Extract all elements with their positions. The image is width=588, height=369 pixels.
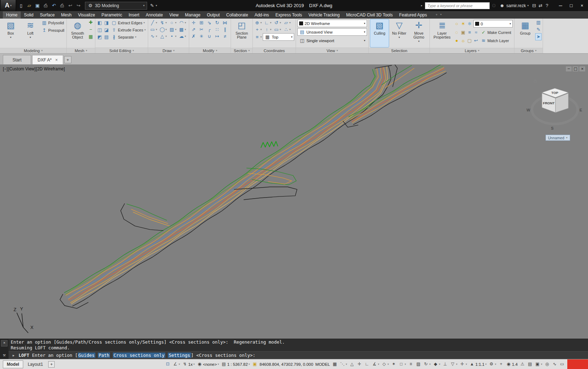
workspace-switching-toggle[interactable]: ⚙▾ (488, 361, 497, 368)
infer-constraints-toggle[interactable]: △ (348, 361, 356, 368)
dynamic-input-toggle[interactable]: ✛ (356, 361, 363, 368)
ribbon-tab-solid[interactable]: Solid (21, 11, 37, 19)
explode-button[interactable]: ✳ (198, 33, 206, 40)
section-plane-button[interactable]: ◰ Section Plane (232, 19, 251, 47)
layer-lock-button[interactable]: ▣ (460, 29, 466, 36)
polar-tracking-toggle[interactable]: ∡▾ (371, 361, 380, 368)
ribbon-tab-visualize[interactable]: Visualize (75, 11, 98, 19)
ucs-origin-button[interactable]: +▾ (254, 26, 263, 33)
tab-start[interactable]: Start (3, 55, 31, 64)
annotation-scale-toggle[interactable]: ↯1x▾ (181, 361, 196, 368)
ribbon-tab-collaborate[interactable]: Collaborate (223, 11, 251, 19)
annotation-scale-sync-toggle[interactable]: ▲1:1.1▾ (468, 361, 488, 368)
transparency-toggle[interactable]: ▨ (414, 361, 422, 368)
panel-label-solid-editing[interactable]: Solid Editing▾ (95, 48, 148, 53)
group-select-toggle-button[interactable]: ➤ (536, 34, 541, 40)
copy-button[interactable]: ⊞ (198, 20, 206, 26)
open-folder-button[interactable]: ▱ (26, 3, 32, 9)
panel-label-modify[interactable]: Modify▾ (189, 48, 231, 53)
signed-in-user[interactable]: ☻ samir.rezk ▾ (499, 3, 529, 9)
hatch-button[interactable]: ▨▾ (169, 26, 178, 33)
object-snap-tracking-toggle[interactable]: ✶ (390, 361, 397, 368)
ribbon-tab-microcad-civil-3d-tools[interactable]: MicroCAD Civil 3D Tools (343, 11, 396, 19)
clean-screen-toggle[interactable]: ▭ (558, 361, 566, 368)
exchange-apps-button[interactable]: ⇄ (538, 3, 543, 9)
qat-customize-button[interactable]: ✎ ▾ (149, 3, 157, 9)
named-view-combo[interactable]: ▤ Unsaved View ▾ (297, 28, 367, 36)
cart-button[interactable]: ⊟ (531, 3, 537, 9)
plus-toggle[interactable]: + (497, 361, 505, 368)
extract-edges-button[interactable]: ▢Extract Edges▾ (110, 19, 146, 26)
layer-unlock-button[interactable]: ▢ (467, 38, 472, 44)
ribbon-tab-parametric[interactable]: Parametric (98, 11, 125, 19)
recent-commands-icon[interactable]: ▸ (11, 353, 16, 358)
smooth-more-button[interactable]: ✚ (88, 19, 94, 26)
viewport-minimize-control[interactable]: [−] (3, 66, 8, 71)
layer-unisolate-button[interactable]: ◌ (454, 29, 459, 36)
gizmo-toggle[interactable]: ✛▾ (458, 361, 468, 368)
workspace-switcher[interactable]: ⚙ 3D Modeling ▾ (85, 2, 147, 10)
group-button[interactable]: ▦ Group (516, 19, 534, 47)
array-button[interactable]: ∷ (214, 26, 221, 33)
grid-display-toggle[interactable]: ▦ (331, 361, 338, 368)
polysolid-button[interactable]: ▥ Polysolid (41, 19, 65, 26)
panel-label-view[interactable]: View▾ (296, 48, 368, 53)
presspull-button[interactable]: ↥ Presspull (41, 27, 65, 34)
search-binoculars-icon[interactable]: ʘ (491, 3, 497, 9)
viewport-minimize-button[interactable]: − (566, 66, 572, 71)
line-button[interactable]: ╱▾ (150, 20, 159, 26)
ribbon-display-toggle[interactable]: ◦ ▾ (432, 11, 443, 19)
panel-label-groups[interactable]: Groups▾ (514, 48, 543, 53)
new-layout-button[interactable]: + (48, 361, 55, 368)
move-button[interactable]: ✛ (191, 20, 198, 26)
smooth-less-button[interactable]: − (88, 26, 94, 33)
layer-freeze-button[interactable]: ❄ (467, 21, 472, 27)
search-expand-icon[interactable]: ▸ (421, 4, 422, 7)
solid-slice-button[interactable]: ◪ (104, 27, 109, 33)
polygon-button[interactable]: △▾ (159, 33, 168, 40)
culling-button[interactable]: ▧ Culling (370, 19, 389, 47)
ribbon-tab-view[interactable]: View (166, 11, 182, 19)
ucs-previous-button[interactable]: ↺▾ (273, 20, 282, 26)
angle-snap-toggle[interactable]: ∠▾ (171, 361, 181, 368)
save-button[interactable]: ▣ (35, 3, 40, 9)
group-edit-button[interactable]: ✎ (536, 26, 541, 33)
tab-dxf-a[interactable]: DXF A* × (32, 55, 63, 64)
circle-button[interactable]: ○▾ (169, 20, 178, 26)
ribbon-tab-home[interactable]: Home (3, 11, 21, 19)
panel-label-mesh[interactable]: Mesh▾ (67, 48, 95, 53)
ucs-button[interactable]: ∟▾ (264, 20, 273, 26)
layer-off-button[interactable]: ○ (454, 21, 459, 27)
rotate-button[interactable]: ↻ (214, 20, 221, 26)
break-button[interactable]: ≠ (222, 33, 229, 40)
visual-style-combo[interactable]: 2D Wireframe ▾ (297, 20, 367, 27)
command-option-path[interactable]: Path (98, 353, 110, 358)
ribbon-tab-vehicle-tracking[interactable]: Vehicle Tracking (305, 11, 343, 19)
ucs-object-button[interactable]: ▱▾ (283, 20, 292, 26)
ungroup-button[interactable]: ▥ (536, 19, 541, 26)
viewcube-named-view[interactable]: Unnamed ▾ (546, 135, 570, 141)
command-close-button[interactable]: × (1, 340, 7, 346)
separate-button[interactable]: ∦Separate▾ (110, 34, 137, 40)
ribbon-tab-mesh[interactable]: Mesh (58, 11, 75, 19)
panel-label-selection[interactable]: Selection (369, 48, 429, 53)
panel-label-coordinates[interactable]: Coordinates (253, 48, 296, 53)
mirror-button[interactable]: ⋈ (222, 20, 229, 26)
viewport-config-dropdown[interactable]: ◫ Single viewport ▾ (297, 37, 367, 44)
erase-button[interactable]: ✗ (191, 33, 198, 40)
viewcube-south[interactable]: S (551, 126, 553, 130)
point-button[interactable]: •▾ (169, 33, 178, 40)
lock-ui-toggle[interactable]: ▣▾ (534, 361, 543, 368)
viewport-restore-button[interactable]: ◻ (573, 66, 578, 71)
window-close-button[interactable]: × (577, 1, 587, 10)
ribbon-tab-add-ins[interactable]: Add-ins (251, 11, 272, 19)
forward-button[interactable]: ↪ (76, 3, 81, 9)
no-filter-button[interactable]: ▽ No Filter ▾ (390, 19, 408, 47)
move-gizmo-button[interactable]: ✛ Move Gizmo ▾ (409, 19, 428, 47)
ribbon-tab-surface[interactable]: Surface (37, 11, 58, 19)
ellipse-button[interactable]: ◯▾ (159, 26, 168, 33)
viewcube[interactable]: W S E ⌂ TOP FRONT (518, 75, 588, 138)
solid-intersect-button[interactable]: ◫ (97, 27, 102, 33)
revision-cloud-button[interactable]: ☁▾ (179, 33, 187, 40)
help-button[interactable]: ? (544, 3, 550, 9)
